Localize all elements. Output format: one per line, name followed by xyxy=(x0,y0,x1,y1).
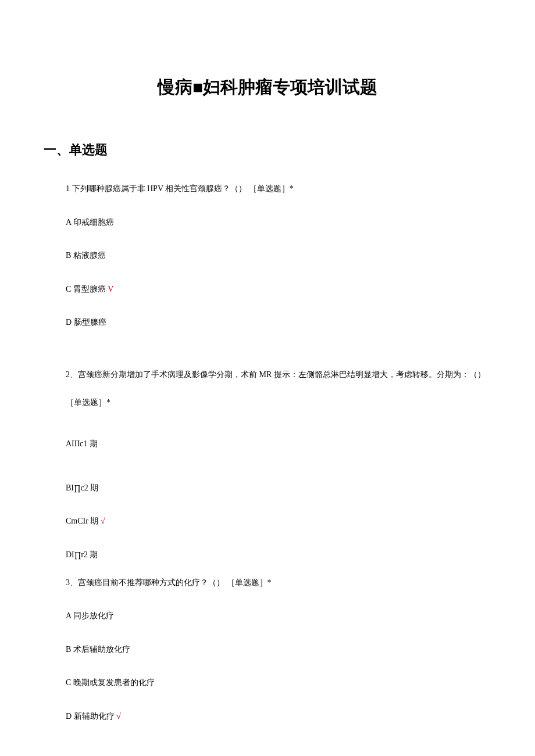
question-2-text: 2、宫颈癌新分期增加了手术病理及影像学分期，术前 MR 提示：左侧骼总淋巴结明显… xyxy=(66,361,491,416)
question-1-option-a: A 印戒细胞癌 xyxy=(66,217,491,228)
document-title: 慢病■妇科肿瘤专项培训试题 xyxy=(44,76,491,99)
section-heading: 一、单选题 xyxy=(44,141,491,159)
question-3-option-b: B 术后辅助放化疗 xyxy=(66,644,491,655)
question-1-option-c: C 胃型腺癌 V xyxy=(66,284,491,295)
question-2-option-c: CmCIr 期 √ xyxy=(66,515,491,527)
question-3-option-d: D 新辅助化疗 √ xyxy=(66,711,491,722)
question-2-option-d: DI∏r2 期 xyxy=(66,549,491,561)
option-text: C 胃型腺癌 xyxy=(66,285,106,293)
option-text: CmCIr 期 xyxy=(66,517,98,525)
question-3-option-a: A 同步放化疗 xyxy=(66,610,491,622)
question-3-option-c: C 晚期或复发患者的化疗 xyxy=(66,677,491,689)
correct-mark-icon: √ xyxy=(98,517,105,525)
correct-mark-icon: V xyxy=(106,285,114,293)
question-3-text: 3、宫颈癌目前不推荐哪种方式的化疗？（） ［单选题］* xyxy=(66,577,491,589)
question-2-option-a: AIIIc1 期 xyxy=(66,438,491,450)
question-1-text: 1 下列哪种腺癌属于非 HPV 相关性宫颈腺癌？（） ［单选题］* xyxy=(66,183,491,195)
question-2-option-b: BI∏c2 期 xyxy=(66,482,491,494)
question-1-option-b: B 粘液腺癌 xyxy=(66,250,491,261)
correct-mark-icon: √ xyxy=(115,712,121,721)
option-text: D 新辅助化疗 xyxy=(66,712,115,721)
question-1-option-d: D 肠型腺癌 xyxy=(66,317,491,328)
content-body: 1 下列哪种腺癌属于非 HPV 相关性宫颈腺癌？（） ［单选题］* A 印戒细胞… xyxy=(44,183,491,722)
